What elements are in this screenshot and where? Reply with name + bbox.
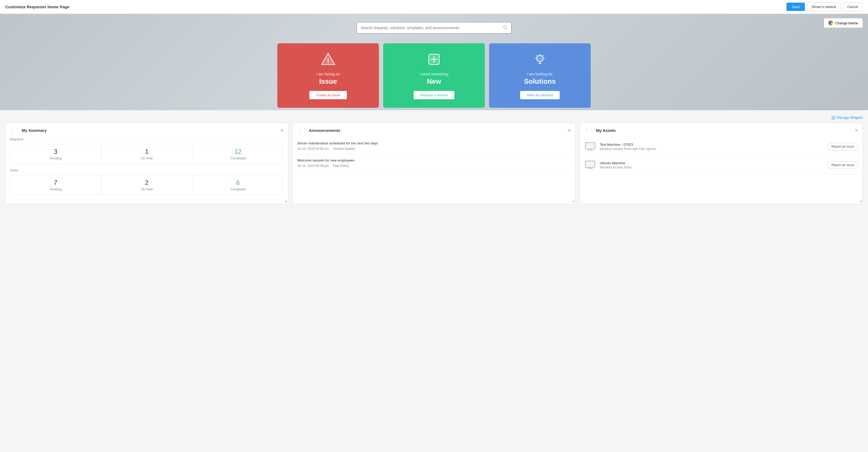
- requests-pending-value: 3: [12, 148, 99, 155]
- hero-cards-row: ! I am facing an Issue Create an issue I…: [0, 43, 868, 108]
- change-theme-button[interactable]: Change theme: [824, 18, 863, 28]
- new-card-title: New: [427, 77, 441, 86]
- my-assets-title: My Assets: [596, 128, 852, 133]
- announcement-date-1: Jul 16, 2019 04:08 pm: [297, 164, 329, 168]
- solutions-card-icon: [532, 52, 547, 68]
- request-service-button[interactable]: Request a service: [414, 91, 454, 99]
- requests-stats: 3 Pending 1 On Hold 12 Completed: [10, 144, 284, 164]
- requests-onhold-value: 1: [103, 148, 190, 155]
- asset-icon-0: [584, 141, 596, 152]
- widgets-section: Manage Widgets ⋮⋮ My Summary ✕ Requests …: [0, 110, 868, 209]
- drag-handle-summary[interactable]: ⋮⋮: [10, 127, 20, 133]
- view-all-solutions-button[interactable]: View all solutions: [520, 91, 559, 99]
- search-bar: [356, 22, 512, 34]
- svg-rect-19: [589, 168, 592, 169]
- widgets-row: ⋮⋮ My Summary ✕ Requests 3 Pending 1 On …: [5, 123, 863, 204]
- issue-card-subtitle: I am facing an: [316, 72, 340, 76]
- resize-handle-announcements[interactable]: ◢: [572, 199, 574, 203]
- announcement-title-0: Server maintenance scheduled for the nex…: [297, 141, 571, 145]
- new-card-icon: [427, 52, 441, 68]
- manage-widgets-label: Manage Widgets: [836, 116, 863, 120]
- announcements-header: ⋮⋮ Announcements ✕: [297, 127, 571, 133]
- requests-onhold-label: On Hold: [103, 156, 190, 160]
- my-assets-widget: ⋮⋮ My Assets ✕ Test Machine - 07923 Wire…: [580, 123, 863, 204]
- svg-line-1: [506, 28, 507, 29]
- tasks-onhold-value: 2: [103, 179, 190, 186]
- requests-completed-label: Completed: [195, 156, 281, 160]
- tasks-onhold-stat: 2 On Hold: [101, 175, 192, 195]
- hero-section: Change theme ! I am facing an: [0, 14, 868, 110]
- asset-name-0: Test Machine - 07923: [600, 143, 824, 147]
- svg-rect-15: [585, 143, 595, 149]
- svg-line-9: [543, 55, 544, 56]
- change-theme-label: Change theme: [835, 21, 858, 25]
- tasks-completed-stat: 6 Completed: [192, 175, 283, 195]
- my-assets-header: ⋮⋮ My Assets ✕: [584, 127, 858, 133]
- report-issue-button-0[interactable]: Report an Issue: [827, 143, 858, 150]
- asset-item-1: Ubuntu Machine Wireless Access Point Rep…: [584, 156, 858, 174]
- save-button[interactable]: Save: [786, 3, 805, 11]
- svg-rect-20: [587, 169, 593, 169]
- my-summary-widget: ⋮⋮ My Summary ✕ Requests 3 Pending 1 On …: [5, 123, 288, 204]
- announcements-title: Announcements: [309, 128, 565, 133]
- requests-label: Requests: [10, 138, 284, 141]
- announcements-close-button[interactable]: ✕: [567, 128, 571, 133]
- theme-icon: [829, 21, 833, 25]
- announcement-item-0: Server maintenance scheduled for the nex…: [297, 138, 571, 155]
- svg-line-10: [536, 55, 537, 56]
- announcement-meta-1: Jul 16, 2019 04:08 pm New Policy: [297, 164, 571, 168]
- hero-content: ! I am facing an Issue Create an issue I…: [0, 17, 868, 108]
- tasks-label: Tasks: [10, 169, 284, 172]
- report-issue-button-1[interactable]: Report an Issue: [827, 161, 858, 169]
- requests-pending-stat: 3 Pending: [10, 144, 101, 164]
- svg-rect-16: [589, 149, 592, 150]
- resize-handle-assets[interactable]: ◢: [859, 199, 861, 203]
- resize-handle-summary[interactable]: ◢: [284, 199, 287, 203]
- top-bar-actions: Save Reset to default Cancel: [786, 2, 863, 11]
- reset-to-default-button[interactable]: Reset to default: [807, 2, 840, 11]
- issue-card-icon: !: [321, 52, 336, 68]
- tasks-completed-label: Completed: [195, 187, 281, 191]
- requests-pending-label: Pending: [12, 156, 99, 160]
- tasks-onhold-label: On Hold: [103, 187, 190, 191]
- asset-info-0: Test Machine - 07923 Wireless Access Poi…: [600, 143, 824, 151]
- asset-desc-1: Wireless Access Point: [600, 165, 824, 169]
- asset-info-1: Ubuntu Machine Wireless Access Point: [600, 161, 824, 169]
- issue-card-title: Issue: [319, 77, 337, 86]
- new-card-subtitle: I need something: [420, 72, 448, 76]
- tasks-pending-value: 7: [12, 179, 99, 186]
- svg-rect-18: [585, 161, 595, 168]
- svg-point-0: [503, 26, 506, 29]
- requests-completed-value: 12: [195, 148, 281, 155]
- announcement-meta-0: Jul 16, 2019 04:08 pm Service Update: [297, 147, 571, 151]
- new-card: I need something New Request a service: [383, 43, 485, 108]
- cancel-button[interactable]: Cancel: [843, 2, 863, 11]
- announcements-widget: ⋮⋮ Announcements ✕ Server maintenance sc…: [292, 123, 576, 204]
- my-assets-close-button[interactable]: ✕: [855, 128, 858, 133]
- announcement-title-1: Welcome session for new employees: [297, 158, 571, 162]
- manage-widgets-link[interactable]: Manage Widgets: [832, 116, 863, 120]
- create-issue-button[interactable]: Create an issue: [309, 91, 346, 99]
- my-summary-close-button[interactable]: ✕: [280, 128, 284, 133]
- top-bar: Customize Requester Home Page Save Reset…: [0, 0, 868, 14]
- svg-text:!: !: [327, 57, 329, 64]
- solutions-card-title: Solutions: [524, 77, 556, 86]
- tasks-pending-stat: 7 Pending: [10, 175, 101, 195]
- asset-item-0: Test Machine - 07923 Wireless Access Poi…: [584, 138, 858, 156]
- announcement-tag-1: New Policy: [333, 164, 349, 168]
- requests-onhold-stat: 1 On Hold: [101, 144, 192, 164]
- solutions-card-subtitle: I am looking for: [527, 72, 553, 76]
- svg-rect-17: [587, 150, 593, 151]
- manage-widgets-bar: Manage Widgets: [5, 116, 863, 120]
- announcement-tag-0: Service Update: [333, 147, 355, 151]
- my-summary-header: ⋮⋮ My Summary ✕: [10, 127, 284, 133]
- requests-completed-stat: 12 Completed: [192, 144, 283, 164]
- drag-handle-announcements[interactable]: ⋮⋮: [297, 127, 307, 133]
- solutions-card: I am looking for Solutions View all solu…: [489, 43, 591, 108]
- search-input[interactable]: [361, 26, 503, 30]
- tasks-stats: 7 Pending 2 On Hold 6 Completed: [10, 175, 284, 195]
- issue-card: ! I am facing an Issue Create an issue: [277, 43, 379, 108]
- asset-name-1: Ubuntu Machine: [600, 161, 824, 165]
- asset-icon-1: [584, 159, 596, 171]
- drag-handle-assets[interactable]: ⋮⋮: [584, 127, 594, 133]
